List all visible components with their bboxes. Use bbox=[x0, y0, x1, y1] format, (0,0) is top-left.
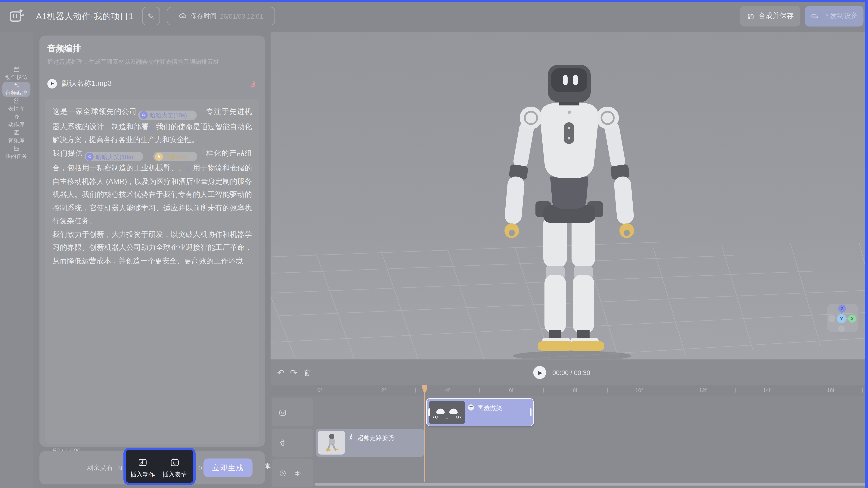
script-paragraph: 我们致力于创新，大力投资于研发，以突破人机协作和机器学习的界限。创新机器人公司助… bbox=[53, 228, 252, 267]
ruler-tick-label: 14f bbox=[763, 387, 771, 393]
motion-chip-icon: ★ bbox=[155, 153, 163, 161]
delete-audio-icon[interactable] bbox=[249, 79, 257, 88]
app-window: A1机器人动作-我的项目1 ✎ 保存时间 26/01/03 12:01 合成并保… bbox=[0, 0, 868, 488]
expression-tag-chip[interactable]: ☺哈哈大笑(10s)× bbox=[138, 110, 197, 120]
shy-smile-thumbnail bbox=[429, 401, 465, 424]
expression-track-header bbox=[272, 398, 313, 426]
insert-motion-button[interactable]: 插入动作 bbox=[126, 457, 159, 479]
chip-remove-icon[interactable]: × bbox=[136, 153, 139, 161]
script-paragraph: 这是一家全球领先的公司☺哈哈大笑(10s)×「专注于先进机器人系统的设计、制造和… bbox=[53, 105, 252, 146]
task-list-icon bbox=[12, 145, 21, 152]
volume-icon[interactable] bbox=[293, 469, 302, 478]
expression-chip-icon: ☺ bbox=[86, 153, 94, 161]
deploy-device-label: 下发到设备 bbox=[823, 11, 858, 21]
scope-quote-mark: 」 bbox=[178, 164, 185, 172]
axis-neg-x-dot[interactable] bbox=[829, 315, 835, 322]
sidebar-item-audio-arrange[interactable]: 音频编排 bbox=[0, 82, 33, 97]
chip-remove-icon[interactable]: × bbox=[190, 153, 193, 161]
rename-button[interactable]: ✎ bbox=[142, 7, 160, 25]
expression-tag-chip[interactable]: ☺哈哈大笑(10s)× bbox=[84, 152, 143, 161]
saved-badge-icon bbox=[179, 12, 187, 20]
undo-icon[interactable]: ↶ bbox=[276, 368, 286, 378]
motion-clip-label: 超帅走路姿势 bbox=[358, 434, 395, 442]
sidebar-item-expression-library[interactable]: 表情库 bbox=[0, 97, 33, 113]
expression-track-icon bbox=[278, 408, 287, 417]
ruler-minor-tick bbox=[607, 388, 608, 393]
sidebar-item-motion-library[interactable]: 动作库 bbox=[0, 113, 33, 128]
left-nav-sidebar: 动作模仿 音频编排 表情库 动作库 音频库 bbox=[0, 32, 33, 488]
save-icon bbox=[747, 12, 754, 20]
timeline-horizontal-scrollbar[interactable] bbox=[314, 483, 867, 486]
sidebar-item-motion-mimic[interactable]: 动作模仿 bbox=[0, 66, 33, 81]
rhythm-disc-icon[interactable] bbox=[278, 469, 287, 478]
ruler-minor-tick bbox=[479, 388, 480, 393]
chip-remove-icon[interactable]: × bbox=[190, 111, 193, 119]
ruler-tick-label: 16f bbox=[827, 387, 834, 393]
delete-clip-icon[interactable] bbox=[302, 368, 312, 378]
expression-clip[interactable]: 害羞微笑 bbox=[426, 398, 534, 426]
app-logo-icon bbox=[8, 7, 25, 24]
motion-track-header bbox=[272, 429, 313, 457]
screen-highlight-edge-top bbox=[0, 0, 868, 2]
viewport-3d[interactable]: Z Y X bbox=[271, 32, 868, 359]
motion-tag-chip[interactable]: ★弯腰(5s)× bbox=[153, 152, 197, 161]
save-time-value: 26/01/03 12:01 bbox=[220, 13, 263, 20]
axis-x-dot[interactable]: X bbox=[848, 315, 856, 322]
generate-now-label: 立即生成 bbox=[212, 463, 244, 473]
clapperboard-icon bbox=[12, 66, 21, 73]
pencil-icon: ✎ bbox=[148, 12, 154, 21]
ruler-minor-tick bbox=[799, 388, 799, 393]
insert-motion-label: 插入动作 bbox=[130, 470, 155, 479]
axis-x-label: X bbox=[851, 316, 854, 321]
ruler-tick-label: 10f bbox=[635, 387, 643, 393]
ruler-tick-label: 4f bbox=[445, 387, 450, 393]
sparkles-icon bbox=[12, 82, 21, 89]
person-icon bbox=[12, 113, 21, 120]
top-bar: A1机器人动作-我的项目1 ✎ 保存时间 26/01/03 12:01 合成并保… bbox=[0, 0, 868, 32]
sidebar-item-audio-library[interactable]: 音频库 bbox=[0, 129, 33, 144]
redo-icon[interactable]: ↷ bbox=[288, 368, 299, 378]
audio-play-button[interactable]: ▶ bbox=[48, 79, 57, 88]
insert-expression-button[interactable]: 插入表情 bbox=[158, 457, 191, 479]
audio-arrange-panel: 音频编排 通过音频处理，生成音频素材以及融合动作和表情的音频编排素材 ▶ 默认名… bbox=[33, 32, 271, 488]
deploy-device-button[interactable]: 下发到设备 bbox=[805, 6, 864, 27]
scope-quote-mark: 「 bbox=[198, 107, 206, 116]
play-button[interactable]: ▶ bbox=[533, 366, 546, 379]
insert-motion-icon bbox=[137, 457, 148, 467]
chip-label: 弯腰(5s) bbox=[165, 153, 187, 161]
project-title: A1机器人动作-我的项目1 bbox=[36, 11, 134, 22]
ruler-tick-label: 6f bbox=[509, 387, 514, 393]
clip-trim-handle-right[interactable] bbox=[530, 408, 531, 416]
script-text: 我们致力于创新，大力投资于研发，以突破人机协作和机器学习的界限。创新机器人公司助… bbox=[53, 230, 252, 265]
ruler-tick-label: 0f bbox=[317, 387, 322, 393]
axis-z-dot[interactable]: Z bbox=[838, 305, 846, 312]
clip-trim-handle-left[interactable] bbox=[428, 408, 430, 416]
sidebar-label: 动作模仿 bbox=[5, 74, 27, 81]
screen-highlight-edge-right bbox=[865, 0, 868, 488]
timeline-panel: 0f2f4f6f8f10f12f14f16f bbox=[271, 384, 868, 488]
ruler-minor-tick bbox=[543, 388, 544, 393]
playback-bar: ↶ ↷ ▶ 00:00 / 00:30 bbox=[271, 359, 868, 384]
generate-now-button[interactable]: 立即生成 bbox=[204, 458, 252, 477]
axis-y-dot[interactable]: Y bbox=[837, 314, 846, 323]
audio-track-header bbox=[272, 459, 313, 487]
playback-time: 00:00 / 00:30 bbox=[552, 369, 590, 376]
ruler-minor-tick bbox=[735, 388, 735, 393]
ruler-minor-tick bbox=[671, 388, 672, 393]
walking-person-icon bbox=[347, 434, 354, 441]
script-text: 用于物流和仓储的自主移动机器人 (AMR)，以及为医疗和酒店业量身定制的服务机器… bbox=[53, 164, 252, 225]
motion-clip[interactable]: 超帅走路姿势 bbox=[316, 429, 425, 457]
scope-quote-mark: 」 bbox=[185, 164, 193, 172]
axis-y-label: Y bbox=[840, 316, 843, 321]
sidebar-label: 音频库 bbox=[8, 137, 25, 144]
timeline-ruler[interactable]: 0f2f4f6f8f10f12f14f16f bbox=[271, 384, 868, 396]
script-text: 我们提供 bbox=[53, 149, 83, 157]
synthesize-save-button[interactable]: 合成并保存 bbox=[740, 6, 800, 27]
panel-subtitle: 通过音频处理，生成音频素材以及融合动作和表情的音频编排素材 bbox=[48, 58, 219, 66]
save-time-chip: 保存时间 26/01/03 12:01 bbox=[167, 7, 275, 25]
playhead-line[interactable] bbox=[424, 393, 425, 482]
axis-neg-z-dot[interactable] bbox=[838, 325, 845, 332]
panel-title: 音频编排 bbox=[48, 44, 81, 54]
script-editor[interactable]: 这是一家全球领先的公司☺哈哈大笑(10s)×「专注于先进机器人系统的设计、制造和… bbox=[45, 99, 259, 444]
sidebar-item-my-tasks[interactable]: 我的任务 bbox=[0, 145, 33, 160]
